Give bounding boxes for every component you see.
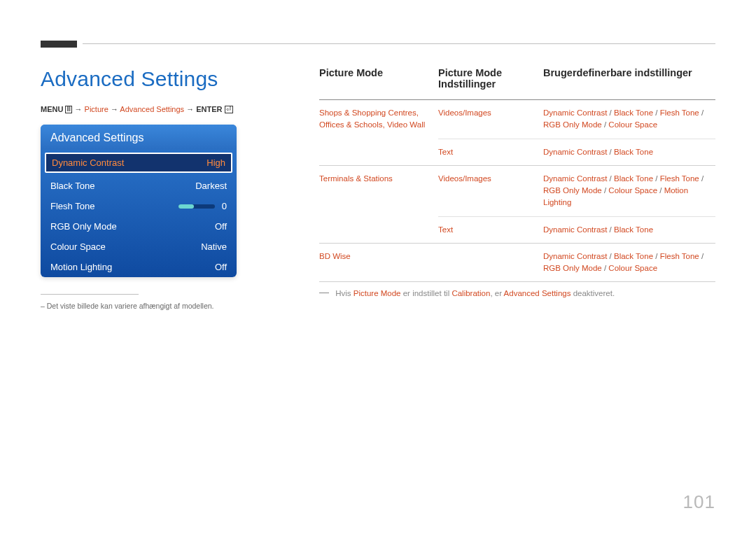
enter-icon: ⏎ — [225, 106, 233, 113]
th-picture-mode: Picture Mode — [319, 67, 438, 99]
slider-icon[interactable] — [178, 204, 215, 209]
top-rule — [83, 43, 715, 44]
osd-label: Motion Lighting — [50, 262, 112, 272]
osd-value: Off — [215, 221, 227, 232]
note-m3: Advanced Settings — [504, 289, 571, 297]
td-opts: Dynamic Contrast / Black Tone / Flesh To… — [543, 166, 715, 216]
breadcrumb: MENU Ⅲ → Picture → Advanced Settings → E… — [41, 105, 279, 113]
opts-text: Dynamic Contrast / Black Tone / Flesh To… — [543, 108, 704, 129]
note-suffix: deaktiveret. — [570, 289, 615, 297]
td-sub: Text — [438, 139, 543, 165]
note-prefix: Hvis — [335, 289, 354, 297]
arrow-icon: → — [186, 105, 194, 113]
footnote: – Det viste billede kan variere afhængig… — [41, 302, 279, 310]
chapter-mark — [41, 41, 77, 48]
osd-label: Flesh Tone — [50, 201, 94, 211]
table-row: BD Wise Dynamic Contrast / Black Tone / … — [319, 244, 715, 283]
osd-title: Advanced Settings — [41, 125, 237, 150]
osd-label: Colour Space — [50, 241, 106, 252]
td-opts: Dynamic Contrast / Black Tone / Flesh To… — [543, 244, 715, 282]
calibration-note: Hvis Picture Mode er indstillet til Cali… — [319, 289, 715, 297]
breadcrumb-picture: Picture — [85, 105, 108, 113]
page-title: Advanced Settings — [41, 67, 279, 91]
table-head: Picture Mode Picture Mode Indstillinger … — [319, 67, 715, 100]
osd-row-colour-space[interactable]: Colour Space Native — [41, 237, 237, 257]
osd-value: Native — [201, 241, 227, 252]
td-sub — [438, 244, 543, 282]
breadcrumb-advanced: Advanced Settings — [120, 105, 184, 113]
osd-value: High — [206, 157, 225, 168]
osd-value: Darkest — [195, 181, 227, 191]
osd-value: Off — [215, 262, 227, 272]
opts-text: Dynamic Contrast / Black Tone — [543, 148, 653, 156]
table-row: Terminals & Stations Videos/Images Dynam… — [319, 166, 715, 244]
note-mid2: , er — [490, 289, 503, 297]
arrow-icon: → — [75, 105, 83, 113]
table-row: Shops & Shopping Centres, Offices & Scho… — [319, 100, 715, 166]
note-m2: Calibration — [451, 289, 490, 297]
osd-label: RGB Only Mode — [50, 221, 117, 232]
td-sub: Text — [438, 217, 543, 243]
note-mid: er indstillet til — [401, 289, 452, 297]
osd-row-rgb-only[interactable]: RGB Only Mode Off — [41, 216, 237, 237]
settings-table: Picture Mode Picture Mode Indstillinger … — [319, 67, 715, 282]
td-opts: Dynamic Contrast / Black Tone — [543, 217, 715, 243]
note-m1: Picture Mode — [354, 289, 401, 297]
th-brugerdef: Brugerdefinerbare indstillinger — [543, 67, 715, 99]
opts-text: Dynamic Contrast / Black Tone / Flesh To… — [543, 252, 704, 272]
opts-text: Dynamic Contrast / Black Tone — [543, 225, 653, 234]
td-opts: Dynamic Contrast / Black Tone / Flesh To… — [543, 100, 715, 139]
arrow-icon: → — [111, 105, 118, 113]
footnote-rule — [41, 294, 139, 295]
osd-panel: Advanced Settings Dynamic Contrast High … — [41, 125, 237, 277]
td-mode: Shops & Shopping Centres, Offices & Scho… — [319, 100, 438, 165]
osd-label: Black Tone — [50, 181, 94, 191]
breadcrumb-enter: ENTER — [196, 105, 222, 113]
osd-row-dynamic-contrast[interactable]: Dynamic Contrast High — [45, 153, 232, 173]
osd-label: Dynamic Contrast — [52, 157, 124, 168]
page-number: 101 — [683, 491, 715, 513]
td-sub: Videos/Images — [438, 100, 543, 139]
opts-text: Dynamic Contrast / Black Tone / Flesh To… — [543, 174, 704, 207]
dash-icon — [319, 293, 329, 293]
th-indstillinger: Picture Mode Indstillinger — [438, 67, 543, 99]
menu-icon: Ⅲ — [65, 106, 72, 113]
td-opts: Dynamic Contrast / Black Tone — [543, 139, 715, 165]
breadcrumb-menu: MENU — [41, 105, 63, 113]
osd-row-flesh-tone[interactable]: Flesh Tone 0 — [41, 196, 237, 216]
td-mode: Terminals & Stations — [319, 166, 438, 243]
osd-row-black-tone[interactable]: Black Tone Darkest — [41, 176, 237, 196]
osd-row-motion-lighting[interactable]: Motion Lighting Off — [41, 257, 237, 277]
td-mode: BD Wise — [319, 244, 438, 282]
td-sub: Videos/Images — [438, 166, 543, 216]
osd-value: 0 — [222, 201, 227, 211]
